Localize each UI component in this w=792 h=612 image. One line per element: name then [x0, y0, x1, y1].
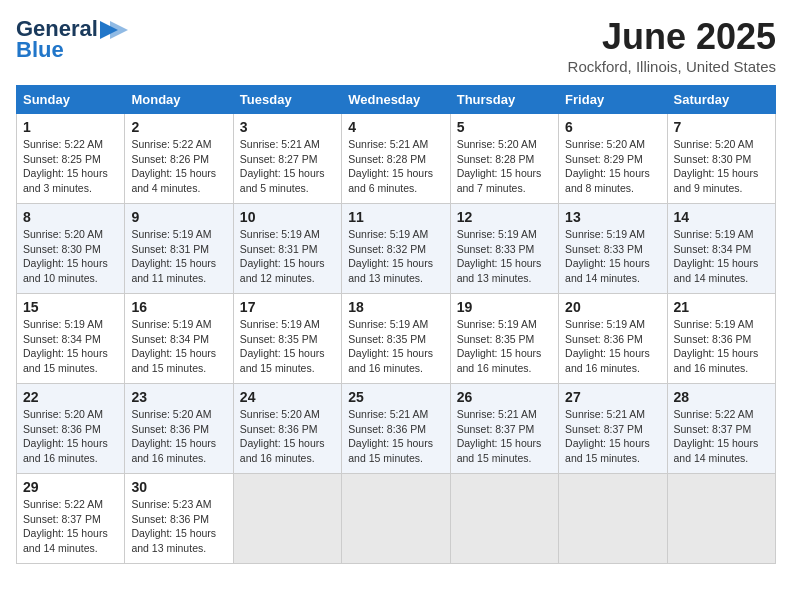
- day-info: Sunrise: 5:20 AMSunset: 8:36 PMDaylight:…: [23, 408, 108, 464]
- day-info: Sunrise: 5:19 AMSunset: 8:32 PMDaylight:…: [348, 228, 433, 284]
- day-info: Sunrise: 5:20 AMSunset: 8:36 PMDaylight:…: [240, 408, 325, 464]
- day-number: 22: [23, 389, 118, 405]
- calendar-cell: 25 Sunrise: 5:21 AMSunset: 8:36 PMDaylig…: [342, 384, 450, 474]
- calendar-cell: 11 Sunrise: 5:19 AMSunset: 8:32 PMDaylig…: [342, 204, 450, 294]
- calendar-cell: 14 Sunrise: 5:19 AMSunset: 8:34 PMDaylig…: [667, 204, 775, 294]
- calendar-cell: 8 Sunrise: 5:20 AMSunset: 8:30 PMDayligh…: [17, 204, 125, 294]
- day-info: Sunrise: 5:20 AMSunset: 8:28 PMDaylight:…: [457, 138, 542, 194]
- title-section: June 2025 Rockford, Illinois, United Sta…: [568, 16, 776, 75]
- day-info: Sunrise: 5:19 AMSunset: 8:35 PMDaylight:…: [348, 318, 433, 374]
- day-number: 18: [348, 299, 443, 315]
- logo: General Blue: [16, 16, 130, 63]
- day-number: 13: [565, 209, 660, 225]
- calendar-cell: 5 Sunrise: 5:20 AMSunset: 8:28 PMDayligh…: [450, 114, 558, 204]
- header-thursday: Thursday: [450, 86, 558, 114]
- calendar-cell: 2 Sunrise: 5:22 AMSunset: 8:26 PMDayligh…: [125, 114, 233, 204]
- location-subtitle: Rockford, Illinois, United States: [568, 58, 776, 75]
- day-number: 4: [348, 119, 443, 135]
- day-number: 29: [23, 479, 118, 495]
- day-info: Sunrise: 5:19 AMSunset: 8:35 PMDaylight:…: [457, 318, 542, 374]
- day-number: 8: [23, 209, 118, 225]
- calendar-cell: 16 Sunrise: 5:19 AMSunset: 8:34 PMDaylig…: [125, 294, 233, 384]
- day-info: Sunrise: 5:21 AMSunset: 8:37 PMDaylight:…: [565, 408, 650, 464]
- calendar-cell: 1 Sunrise: 5:22 AMSunset: 8:25 PMDayligh…: [17, 114, 125, 204]
- calendar-cell: 23 Sunrise: 5:20 AMSunset: 8:36 PMDaylig…: [125, 384, 233, 474]
- calendar-cell: 18 Sunrise: 5:19 AMSunset: 8:35 PMDaylig…: [342, 294, 450, 384]
- day-info: Sunrise: 5:19 AMSunset: 8:33 PMDaylight:…: [565, 228, 650, 284]
- day-info: Sunrise: 5:19 AMSunset: 8:36 PMDaylight:…: [565, 318, 650, 374]
- day-info: Sunrise: 5:22 AMSunset: 8:37 PMDaylight:…: [674, 408, 759, 464]
- day-number: 1: [23, 119, 118, 135]
- calendar-cell: 19 Sunrise: 5:19 AMSunset: 8:35 PMDaylig…: [450, 294, 558, 384]
- calendar-cell: 9 Sunrise: 5:19 AMSunset: 8:31 PMDayligh…: [125, 204, 233, 294]
- calendar-cell: 20 Sunrise: 5:19 AMSunset: 8:36 PMDaylig…: [559, 294, 667, 384]
- calendar-cell: 7 Sunrise: 5:20 AMSunset: 8:30 PMDayligh…: [667, 114, 775, 204]
- day-info: Sunrise: 5:21 AMSunset: 8:37 PMDaylight:…: [457, 408, 542, 464]
- day-info: Sunrise: 5:22 AMSunset: 8:37 PMDaylight:…: [23, 498, 108, 554]
- calendar-cell: 22 Sunrise: 5:20 AMSunset: 8:36 PMDaylig…: [17, 384, 125, 474]
- calendar-week-row: 15 Sunrise: 5:19 AMSunset: 8:34 PMDaylig…: [17, 294, 776, 384]
- day-info: Sunrise: 5:23 AMSunset: 8:36 PMDaylight:…: [131, 498, 216, 554]
- calendar-cell: [233, 474, 341, 564]
- calendar-cell: [342, 474, 450, 564]
- header-monday: Monday: [125, 86, 233, 114]
- calendar-cell: 4 Sunrise: 5:21 AMSunset: 8:28 PMDayligh…: [342, 114, 450, 204]
- day-number: 16: [131, 299, 226, 315]
- day-number: 23: [131, 389, 226, 405]
- calendar-cell: 10 Sunrise: 5:19 AMSunset: 8:31 PMDaylig…: [233, 204, 341, 294]
- day-info: Sunrise: 5:20 AMSunset: 8:30 PMDaylight:…: [23, 228, 108, 284]
- calendar-cell: 6 Sunrise: 5:20 AMSunset: 8:29 PMDayligh…: [559, 114, 667, 204]
- calendar-cell: 27 Sunrise: 5:21 AMSunset: 8:37 PMDaylig…: [559, 384, 667, 474]
- day-info: Sunrise: 5:22 AMSunset: 8:25 PMDaylight:…: [23, 138, 108, 194]
- calendar-cell: 26 Sunrise: 5:21 AMSunset: 8:37 PMDaylig…: [450, 384, 558, 474]
- calendar-week-row: 1 Sunrise: 5:22 AMSunset: 8:25 PMDayligh…: [17, 114, 776, 204]
- calendar-cell: 30 Sunrise: 5:23 AMSunset: 8:36 PMDaylig…: [125, 474, 233, 564]
- day-info: Sunrise: 5:20 AMSunset: 8:36 PMDaylight:…: [131, 408, 216, 464]
- calendar-cell: 17 Sunrise: 5:19 AMSunset: 8:35 PMDaylig…: [233, 294, 341, 384]
- calendar-week-row: 8 Sunrise: 5:20 AMSunset: 8:30 PMDayligh…: [17, 204, 776, 294]
- day-info: Sunrise: 5:19 AMSunset: 8:35 PMDaylight:…: [240, 318, 325, 374]
- day-number: 9: [131, 209, 226, 225]
- day-info: Sunrise: 5:19 AMSunset: 8:31 PMDaylight:…: [240, 228, 325, 284]
- day-number: 15: [23, 299, 118, 315]
- calendar-cell: 15 Sunrise: 5:19 AMSunset: 8:34 PMDaylig…: [17, 294, 125, 384]
- day-number: 7: [674, 119, 769, 135]
- calendar-table: SundayMondayTuesdayWednesdayThursdayFrid…: [16, 85, 776, 564]
- day-number: 25: [348, 389, 443, 405]
- calendar-week-row: 29 Sunrise: 5:22 AMSunset: 8:37 PMDaylig…: [17, 474, 776, 564]
- calendar-cell: 3 Sunrise: 5:21 AMSunset: 8:27 PMDayligh…: [233, 114, 341, 204]
- logo-blue-text: Blue: [16, 37, 64, 63]
- svg-marker-1: [110, 21, 128, 39]
- day-info: Sunrise: 5:19 AMSunset: 8:34 PMDaylight:…: [23, 318, 108, 374]
- calendar-cell: [450, 474, 558, 564]
- day-info: Sunrise: 5:19 AMSunset: 8:34 PMDaylight:…: [674, 228, 759, 284]
- page-header: General Blue June 2025 Rockford, Illinoi…: [16, 16, 776, 75]
- day-number: 11: [348, 209, 443, 225]
- calendar-cell: 24 Sunrise: 5:20 AMSunset: 8:36 PMDaylig…: [233, 384, 341, 474]
- header-friday: Friday: [559, 86, 667, 114]
- day-info: Sunrise: 5:19 AMSunset: 8:36 PMDaylight:…: [674, 318, 759, 374]
- calendar-cell: 13 Sunrise: 5:19 AMSunset: 8:33 PMDaylig…: [559, 204, 667, 294]
- day-info: Sunrise: 5:19 AMSunset: 8:31 PMDaylight:…: [131, 228, 216, 284]
- calendar-cell: [667, 474, 775, 564]
- day-number: 27: [565, 389, 660, 405]
- calendar-cell: 29 Sunrise: 5:22 AMSunset: 8:37 PMDaylig…: [17, 474, 125, 564]
- day-number: 6: [565, 119, 660, 135]
- header-tuesday: Tuesday: [233, 86, 341, 114]
- day-number: 19: [457, 299, 552, 315]
- day-number: 12: [457, 209, 552, 225]
- calendar-week-row: 22 Sunrise: 5:20 AMSunset: 8:36 PMDaylig…: [17, 384, 776, 474]
- day-info: Sunrise: 5:21 AMSunset: 8:36 PMDaylight:…: [348, 408, 433, 464]
- calendar-cell: 28 Sunrise: 5:22 AMSunset: 8:37 PMDaylig…: [667, 384, 775, 474]
- day-number: 17: [240, 299, 335, 315]
- day-number: 20: [565, 299, 660, 315]
- day-number: 21: [674, 299, 769, 315]
- calendar-cell: 12 Sunrise: 5:19 AMSunset: 8:33 PMDaylig…: [450, 204, 558, 294]
- logo-arrow-icon: [100, 21, 130, 39]
- day-info: Sunrise: 5:21 AMSunset: 8:28 PMDaylight:…: [348, 138, 433, 194]
- day-info: Sunrise: 5:20 AMSunset: 8:29 PMDaylight:…: [565, 138, 650, 194]
- day-number: 14: [674, 209, 769, 225]
- header-wednesday: Wednesday: [342, 86, 450, 114]
- day-number: 30: [131, 479, 226, 495]
- day-number: 28: [674, 389, 769, 405]
